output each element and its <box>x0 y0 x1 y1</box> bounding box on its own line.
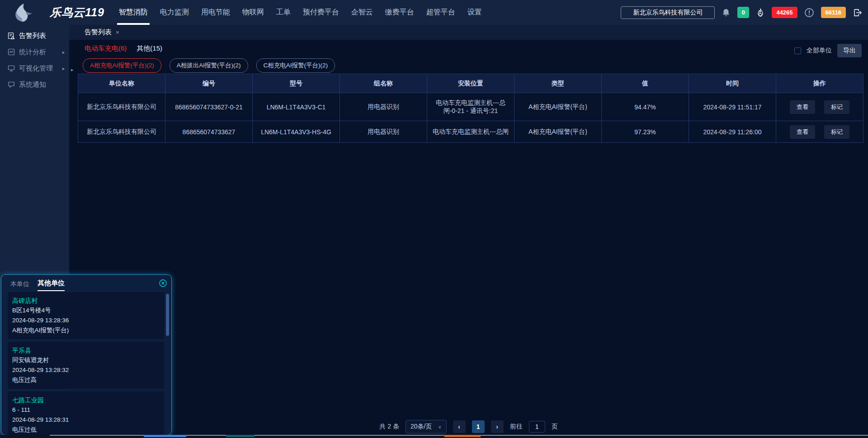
fire-alarm-count-badge[interactable]: 44265 <box>772 7 797 18</box>
all-units-checkbox[interactable] <box>794 47 801 54</box>
col-location: 安装位置 <box>427 74 514 93</box>
col-code: 编号 <box>165 74 253 93</box>
notice-bubble-icon <box>8 81 15 88</box>
tab-close-icon[interactable]: × <box>116 29 119 36</box>
warn-count-badge[interactable]: 66116 <box>821 7 846 18</box>
goto-label: 前往 <box>510 423 523 431</box>
popup-alarm-item[interactable]: 七路工业园 6 - 111 2024-08-29 13:28:31 电压过低 <box>8 391 164 435</box>
tab-alarm-list[interactable]: 告警列表 × <box>85 28 119 37</box>
alarm-type: A相充电AI报警(平台) <box>12 325 160 335</box>
nav-item-qizhi-cloud[interactable]: 企智云 <box>350 0 374 25</box>
top-navbar: 乐鸟云119 智慧消防 电力监测 用电节能 物联网 工单 预付费平台 企智云 缴… <box>0 0 868 25</box>
nav-item-smart-fire[interactable]: 智慧消防 <box>118 0 149 25</box>
alarm-type-pills: A相充电AI报警(平台)(2) A相拔出AI报警(平台)(2) C相充电AI报警… <box>83 58 335 73</box>
col-actions: 操作 <box>776 74 863 93</box>
chevron-right-icon: ▸ <box>62 50 65 55</box>
alarm-time: 2024-08-29 13:28:36 <box>12 316 160 325</box>
popup-alarm-item[interactable]: 平乐县 同安镇迴龙村 2024-08-29 13:28:32 电压过高 <box>8 342 164 389</box>
alarm-address: 同安镇迴龙村 <box>12 355 160 365</box>
goto-page-input[interactable] <box>529 421 545 433</box>
mark-button[interactable]: 标记 <box>824 125 849 139</box>
app-logo <box>0 3 50 23</box>
chevron-right-icon: ▸ <box>62 66 65 71</box>
page-1-button[interactable]: 1 <box>472 420 485 433</box>
page-unit-label: 页 <box>552 423 558 431</box>
stats-chart-icon <box>8 48 15 56</box>
cell-value: 97.23% <box>602 121 689 143</box>
mark-button[interactable]: 标记 <box>824 100 849 114</box>
popup-tab-other-units[interactable]: 其他单位 <box>38 279 65 291</box>
page-size-select[interactable]: 20条/页 ∨ <box>406 420 447 433</box>
popup-alarm-item[interactable]: 高碑店村 B区14号楼4号 2024-08-29 13:28:36 A相充电AI… <box>8 292 164 339</box>
collapse-chevron-icon[interactable]: ▸ <box>71 67 74 73</box>
nav-item-payment-platform[interactable]: 缴费平台 <box>384 0 415 25</box>
sidebar-item-visual-management[interactable]: 可视化管理 ▸ <box>0 60 69 76</box>
nav-item-prepay-platform[interactable]: 预付费平台 <box>302 0 340 25</box>
strip-segment-teal <box>226 435 255 437</box>
popup-close-icon[interactable] <box>159 279 167 289</box>
strip-segment-blue <box>144 435 186 437</box>
company-name-box[interactable]: 新北京乐鸟科技有限公司 <box>621 6 715 19</box>
sidebar-item-label: 可视化管理 <box>19 64 53 73</box>
pill-a-phase-unplug[interactable]: A相拔出AI报警(平台)(2) <box>170 58 248 73</box>
pill-c-phase-charging[interactable]: C相充电AI报警(平台)(2) <box>256 58 335 73</box>
sidebar-item-alarm-list[interactable]: 告警列表 <box>0 28 69 44</box>
alarm-address: B区14号楼4号 <box>12 306 160 316</box>
sidebar-item-label: 告警列表 <box>19 32 46 40</box>
main-nav: 智慧消防 电力监测 用电节能 物联网 工单 预付费平台 企智云 缴费平台 超管平… <box>118 0 483 25</box>
alarm-unit-title: 平乐县 <box>12 345 160 355</box>
popup-tabs: 本单位 其他单位 <box>1 275 171 291</box>
cell-type: A相充电AI报警(平台) <box>514 93 602 121</box>
bell-count-badge[interactable]: 0 <box>737 7 749 18</box>
total-count: 共 2 条 <box>379 423 399 431</box>
strip-segment-orange <box>444 435 481 437</box>
sidebar-item-system-notice[interactable]: 系统通知 <box>0 76 69 93</box>
nav-item-admin-platform[interactable]: 超管平台 <box>425 0 456 25</box>
col-model: 型号 <box>253 74 340 93</box>
logout-icon[interactable] <box>853 8 863 18</box>
top-controls: 全部单位 导出 <box>794 44 862 57</box>
cell-actions: 查看 标记 <box>776 121 863 143</box>
col-group: 组名称 <box>340 74 427 93</box>
export-button[interactable]: 导出 <box>837 44 862 57</box>
bell-icon[interactable] <box>722 8 731 17</box>
warning-circle-icon[interactable] <box>804 8 814 18</box>
cell-unit: 新北京乐鸟科技有限公司 <box>78 93 165 121</box>
cell-location: 电动车充电监测主机---总闸-0-21 - 通讯号:21 <box>427 93 514 121</box>
table-header-row: 单位名称 编号 型号 组名称 安装位置 类型 值 时间 操作 <box>78 74 863 93</box>
next-page-button[interactable]: › <box>491 420 504 433</box>
nav-item-power-monitor[interactable]: 电力监测 <box>159 0 190 25</box>
cell-time: 2024-08-29 11:51:17 <box>689 93 776 121</box>
cell-group: 用电器识别 <box>340 93 427 121</box>
alarm-type: 电压过低 <box>12 425 160 435</box>
popup-scrollbar[interactable] <box>166 294 169 336</box>
nav-item-iot[interactable]: 物联网 <box>241 0 265 25</box>
col-value: 值 <box>602 74 689 93</box>
category-ev-charging[interactable]: 电动车充电(6) <box>85 44 127 53</box>
nav-item-work-order[interactable]: 工单 <box>275 0 292 25</box>
view-button[interactable]: 查看 <box>790 125 815 139</box>
chevron-down-icon: ∨ <box>438 424 441 429</box>
prev-page-button[interactable]: ‹ <box>453 420 466 433</box>
cell-code: 868656074733627-0-21 <box>165 93 253 121</box>
page-size-value: 20条/页 <box>410 423 432 431</box>
nav-item-settings[interactable]: 设置 <box>467 0 483 25</box>
pagination: 共 2 条 20条/页 ∨ ‹ 1 › 前往 页 <box>69 420 868 433</box>
alarm-time: 2024-08-29 13:28:32 <box>12 365 160 375</box>
view-button[interactable]: 查看 <box>790 100 815 114</box>
main-area: 告警列表 × ▸ 电动车充电(6) 其他(15) 全部单位 导出 A相充电AI报… <box>69 25 868 438</box>
cell-model: LN6M-L1T4A3V3-HS-4G <box>253 121 340 143</box>
nav-item-energy-saving[interactable]: 用电节能 <box>200 0 231 25</box>
sidebar-item-statistics[interactable]: 统计分析 ▸ <box>0 44 69 60</box>
alarm-address: 6 - 111 <box>12 405 160 415</box>
pill-a-phase-charging[interactable]: A相充电AI报警(平台)(2) <box>83 58 161 73</box>
bottom-edge-strip <box>0 435 868 438</box>
tab-label: 告警列表 <box>85 28 112 37</box>
cell-unit: 新北京乐鸟科技有限公司 <box>78 121 165 143</box>
popup-tab-own-unit[interactable]: 本单位 <box>10 280 29 291</box>
category-other[interactable]: 其他(15) <box>137 44 162 53</box>
monitor-icon <box>8 65 15 72</box>
alarm-time: 2024-08-29 13:28:31 <box>12 415 160 425</box>
cell-group: 用电器识别 <box>340 121 427 143</box>
flame-icon[interactable] <box>756 8 765 18</box>
